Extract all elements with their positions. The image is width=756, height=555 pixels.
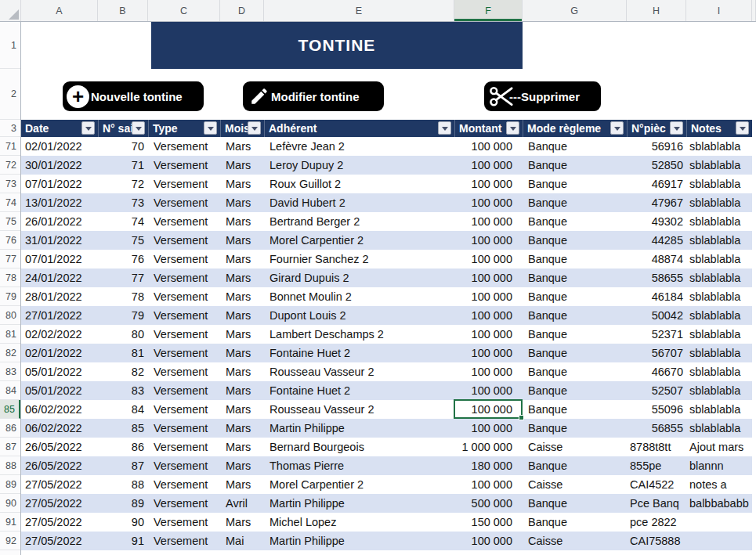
column-header-C[interactable]: C bbox=[148, 0, 220, 21]
cell-piece-92[interactable]: CAI75888 bbox=[627, 532, 686, 550]
cell-num-75[interactable]: 74 bbox=[98, 212, 148, 231]
cell-piece-78[interactable]: 58655 bbox=[627, 268, 686, 287]
cell-mode-86[interactable]: Banque bbox=[523, 419, 627, 438]
cell-date-72[interactable]: 30/01/2022 bbox=[21, 156, 98, 175]
cell-date-81[interactable]: 02/02/2022 bbox=[21, 325, 98, 344]
cell-date-88[interactable]: 26/05/2022 bbox=[21, 456, 98, 475]
cell-piece-82[interactable]: 56707 bbox=[627, 344, 686, 362]
cell-type-92[interactable]: Versement bbox=[148, 532, 220, 550]
cell-date-75[interactable]: 26/01/2022 bbox=[21, 212, 98, 231]
cell-piece-79[interactable]: 46184 bbox=[627, 287, 686, 306]
cell-piece-76[interactable]: 44285 bbox=[627, 231, 686, 250]
cell-type-73[interactable]: Versement bbox=[148, 175, 220, 193]
cell-type-81[interactable]: Versement bbox=[148, 325, 220, 344]
cell-mois-87[interactable]: Mars bbox=[220, 438, 264, 456]
cell-type-82[interactable]: Versement bbox=[148, 344, 220, 362]
cell-piece-71[interactable]: 56916 bbox=[627, 137, 686, 156]
cell-mois-84[interactable]: Mars bbox=[220, 381, 264, 400]
row-header-87[interactable]: 87 bbox=[0, 438, 20, 456]
cell-adherent-71[interactable]: Lefèvre Jean 2 bbox=[264, 137, 454, 156]
cell-date-89[interactable]: 27/05/2022 bbox=[21, 475, 98, 494]
cell-num-74[interactable]: 73 bbox=[98, 193, 148, 212]
cell-mode-91[interactable]: Banque bbox=[523, 513, 627, 532]
cell-date-91[interactable]: 27/05/2022 bbox=[21, 513, 98, 532]
cell-piece-80[interactable]: 50042 bbox=[627, 306, 686, 325]
cell-mode-75[interactable]: Banque bbox=[523, 212, 627, 231]
filter-mode-r-gleme-button[interactable] bbox=[610, 121, 624, 135]
cell-date-71[interactable]: 02/01/2022 bbox=[21, 137, 98, 156]
cell-notes-80[interactable]: sblablabla bbox=[686, 306, 752, 325]
cell-montant-77[interactable]: 100 000 bbox=[454, 250, 523, 268]
cell-num-92[interactable]: 91 bbox=[98, 532, 148, 550]
cell-mode-88[interactable]: Banque bbox=[523, 456, 627, 475]
cell-mode-81[interactable]: Banque bbox=[523, 325, 627, 344]
cell-montant-85[interactable]: 100 000 bbox=[454, 400, 523, 419]
cell-mois-73[interactable]: Mars bbox=[220, 175, 264, 193]
cell-adherent-74[interactable]: David Hubert 2 bbox=[264, 193, 454, 212]
filter-montant-button[interactable] bbox=[506, 121, 519, 135]
cell-mois-86[interactable]: Mars bbox=[220, 419, 264, 438]
cell-num-84[interactable]: 83 bbox=[98, 381, 148, 400]
cell-montant-90[interactable]: 500 000 bbox=[454, 494, 523, 513]
cell-num-86[interactable]: 85 bbox=[98, 419, 148, 438]
cell-date-73[interactable]: 07/01/2022 bbox=[21, 175, 98, 193]
column-header-D[interactable]: D bbox=[220, 0, 264, 21]
cell-num-87[interactable]: 86 bbox=[98, 438, 148, 456]
header-n-pi-c[interactable]: N°pièc bbox=[627, 120, 686, 137]
cell-mode-87[interactable]: Caisse bbox=[523, 438, 627, 456]
cell-montant-72[interactable]: 100 000 bbox=[454, 156, 523, 175]
cell-type-76[interactable]: Versement bbox=[148, 231, 220, 250]
cell-adherent-82[interactable]: Fontaine Huet 2 bbox=[264, 344, 454, 362]
cell-notes-90[interactable]: balbbababb bbox=[686, 494, 752, 513]
cell-num-82[interactable]: 81 bbox=[98, 344, 148, 362]
cell-montant-78[interactable]: 100 000 bbox=[454, 268, 523, 287]
row-header-72[interactable]: 72 bbox=[0, 156, 20, 175]
header-notes[interactable]: Notes bbox=[686, 120, 752, 137]
cell-date-82[interactable]: 02/01/2022 bbox=[21, 344, 98, 362]
cell-mois-89[interactable]: Mars bbox=[220, 475, 264, 494]
row-header-81[interactable]: 81 bbox=[0, 325, 20, 344]
cell-date-92[interactable]: 27/05/2022 bbox=[21, 532, 98, 550]
cell-mois-72[interactable]: Mars bbox=[220, 156, 264, 175]
row-header-74[interactable]: 74 bbox=[0, 193, 20, 212]
cell-piece-85[interactable]: 55096 bbox=[627, 400, 686, 419]
cell-mode-76[interactable]: Banque bbox=[523, 231, 627, 250]
filter-notes-button[interactable] bbox=[736, 121, 749, 135]
cell-mois-80[interactable]: Mars bbox=[220, 306, 264, 325]
filter-date-button[interactable] bbox=[81, 121, 95, 135]
cell-notes-88[interactable]: blannn bbox=[686, 456, 752, 475]
cell-mode-84[interactable]: Banque bbox=[523, 381, 627, 400]
cell-date-74[interactable]: 13/01/2022 bbox=[21, 193, 98, 212]
cell-montant-83[interactable]: 100 000 bbox=[454, 362, 523, 381]
cell-type-91[interactable]: Versement bbox=[148, 513, 220, 532]
column-header-F[interactable]: F bbox=[454, 0, 523, 21]
cell-date-83[interactable]: 05/01/2022 bbox=[21, 362, 98, 381]
cell-mode-85[interactable]: Banque bbox=[523, 400, 627, 419]
cell-type-89[interactable]: Versement bbox=[148, 475, 220, 494]
cell-date-90[interactable]: 27/05/2022 bbox=[21, 494, 98, 513]
cell-notes-75[interactable]: sblablabla bbox=[686, 212, 752, 231]
cell-type-88[interactable]: Versement bbox=[148, 456, 220, 475]
cell-adherent-77[interactable]: Fournier Sanchez 2 bbox=[264, 250, 454, 268]
cell-mode-82[interactable]: Banque bbox=[523, 344, 627, 362]
cell-notes-92[interactable] bbox=[686, 532, 752, 550]
cell-montant-86[interactable]: 100 000 bbox=[454, 419, 523, 438]
cell-date-79[interactable]: 28/01/2022 bbox=[21, 287, 98, 306]
row-header-73[interactable]: 73 bbox=[0, 175, 20, 193]
cell-type-74[interactable]: Versement bbox=[148, 193, 220, 212]
cell-mois-90[interactable]: Avril bbox=[220, 494, 264, 513]
cell-mois-79[interactable]: Mars bbox=[220, 287, 264, 306]
cell-mode-78[interactable]: Banque bbox=[523, 268, 627, 287]
cell-montant-80[interactable]: 100 000 bbox=[454, 306, 523, 325]
cell-date-85[interactable]: 06/02/2022 bbox=[21, 400, 98, 419]
column-header-I[interactable]: I bbox=[686, 0, 752, 21]
cell-notes-87[interactable]: Ajout mars bbox=[686, 438, 752, 456]
row-header-71[interactable]: 71 bbox=[0, 137, 20, 156]
row-header-88[interactable]: 88 bbox=[0, 456, 20, 475]
cell-notes-89[interactable]: notes a bbox=[686, 475, 752, 494]
cell-adherent-87[interactable]: Bernard Bourgeois bbox=[264, 438, 454, 456]
cell-mode-72[interactable]: Banque bbox=[523, 156, 627, 175]
cell-adherent-83[interactable]: Rousseau Vasseur 2 bbox=[264, 362, 454, 381]
cell-type-84[interactable]: Versement bbox=[148, 381, 220, 400]
row-header-78[interactable]: 78 bbox=[0, 268, 20, 287]
